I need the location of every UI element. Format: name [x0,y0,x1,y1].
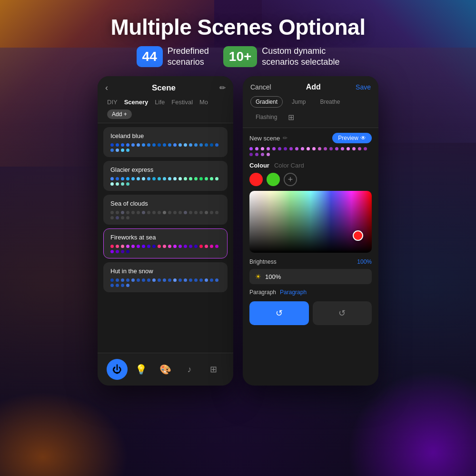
mode-tab-breathe[interactable]: Breathe [315,96,345,108]
scene-item-snow[interactable]: Hut in the snow [103,262,228,292]
dot [121,211,124,214]
palette-button[interactable]: 🎨 [155,359,176,380]
preview-dot [267,147,270,150]
tab-mo[interactable]: Mo [198,98,210,107]
dot [126,284,129,287]
tab-diy[interactable]: DIY [105,98,119,107]
control-btn-1[interactable]: ↺ [249,301,309,325]
dot [210,211,213,214]
music-button[interactable]: ♪ [179,359,200,380]
stat-item-1: 44 Predefinedscenarios [137,46,209,68]
scene-name-iceland: Iceland blue [110,132,220,139]
dot [194,211,198,214]
mode-tab-flashing[interactable]: Flashing [250,111,282,123]
dot [121,278,124,282]
preview-dot [284,147,287,150]
dot [184,245,187,248]
dot [131,143,135,147]
dot [110,284,114,287]
preview-dot [272,147,276,150]
tab-life[interactable]: Life [153,98,167,107]
dot [131,211,135,214]
dot [173,211,177,214]
dot [131,245,135,248]
dot [189,143,192,147]
colour-tab[interactable]: Colour [249,162,269,169]
power-button[interactable]: ⏻ [107,359,128,380]
preview-dot [249,147,253,150]
scene-item-fireworks[interactable]: Fireworks at sea [103,228,228,258]
new-scene-text: New scene [249,135,280,142]
color-circle-green[interactable] [267,173,280,186]
tab-scenery[interactable]: Scenery [122,98,150,107]
color-circle-red[interactable] [249,173,263,186]
dot [163,143,166,147]
dot [189,177,192,180]
dot [142,278,145,282]
scene-item-clouds[interactable]: Sea of clouds [103,195,228,225]
dot [205,245,208,248]
dot [147,278,150,282]
dot [184,211,187,214]
preview-dot [335,147,338,150]
dot [126,177,129,180]
add-tab-button[interactable]: Add + [107,109,132,119]
scene-name-fireworks: Fireworks at sea [110,234,220,241]
preview-dot [289,147,293,150]
dot [178,143,182,147]
stat-badge-10: 10+ [223,46,258,67]
dot [126,149,129,152]
dot [152,278,156,282]
new-scene-edit-icon[interactable]: ✏ [283,135,288,141]
preview-dots-row [249,147,372,156]
right-header-row: Cancel Add Save [250,83,371,91]
dot [110,216,114,219]
dot [152,143,156,147]
scene-item-glacier[interactable]: Glacier express [103,161,228,191]
dot [178,177,182,180]
dot [121,177,124,180]
dot [184,177,187,180]
dot [142,177,145,180]
color-picker[interactable] [249,191,372,253]
dot [163,177,166,180]
title-section: Multiple Scenes Optional 44 Predefinedsc… [0,14,476,68]
dot [184,278,187,282]
cancel-button[interactable]: Cancel [250,83,271,91]
dot [158,245,161,248]
control-btn-2[interactable]: ↺ [313,301,372,325]
mode-tab-gradient[interactable]: Gradient [250,96,283,108]
dot [189,245,192,248]
paragraph-label: Paragraph [249,289,276,296]
dot [116,284,119,287]
dot [215,143,218,147]
palette-icon: 🎨 [159,364,171,375]
dot [178,278,182,282]
bottom-nav: ⏻ 💡 🎨 ♪ ⊞ [98,353,233,386]
dot [126,182,129,186]
brightness-value: 100% [357,258,372,265]
grid-button[interactable]: ⊞ [203,359,224,380]
dot [142,245,145,248]
dot [116,216,119,219]
paragraph-value[interactable]: Paragraph [280,289,307,296]
bulb-button[interactable]: 💡 [131,359,152,380]
dot [194,245,198,248]
dot [168,278,171,282]
dot [131,278,135,282]
mode-tab-jump[interactable]: Jump [287,96,311,108]
brightness-bar[interactable]: ☀ 100% [249,269,372,284]
tab-festival[interactable]: Festival [169,98,195,107]
scene-item-iceland[interactable]: Iceland blue [103,127,228,157]
edit-button[interactable]: ✏ [219,83,226,92]
preview-button[interactable]: Preview 👁 [332,133,372,143]
dot [178,211,182,214]
color-card-tab[interactable]: Color Card [274,162,304,169]
rotate-icon-1: ↺ [276,308,283,318]
add-color-button[interactable]: + [284,173,297,186]
dot [131,177,135,180]
dot [210,278,213,282]
dot [205,177,208,180]
save-button[interactable]: Save [356,83,371,91]
dot [121,182,124,186]
